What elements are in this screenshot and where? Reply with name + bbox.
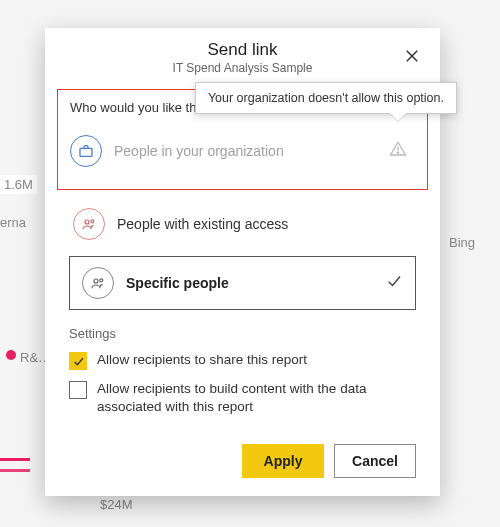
checkbox-icon (69, 381, 87, 399)
send-link-dialog: Send link IT Spend Analysis Sample Who w… (45, 28, 440, 496)
svg-point-8 (100, 279, 103, 282)
dialog-subtitle: IT Spend Analysis Sample (65, 61, 420, 75)
checkbox-icon (69, 352, 87, 370)
svg-point-5 (85, 220, 89, 224)
bg-value: 1.6M (0, 175, 37, 194)
option-existing-access[interactable]: People with existing access (69, 202, 416, 246)
bg-value: erna (0, 215, 26, 230)
option-label: Specific people (126, 275, 229, 291)
disabled-tooltip: Your organization doesn't allow this opt… (195, 82, 457, 114)
dialog-header: Send link IT Spend Analysis Sample (45, 28, 440, 83)
svg-point-7 (94, 279, 98, 283)
svg-point-6 (91, 220, 94, 223)
checkbox-allow-build[interactable]: Allow recipients to build content with t… (69, 380, 416, 416)
highlight-annotation: Who would you like the lin People in you… (57, 89, 428, 190)
settings-heading: Settings (69, 326, 416, 341)
checkbox-label: Allow recipients to build content with t… (97, 380, 416, 416)
apply-button[interactable]: Apply (242, 444, 324, 478)
bg-value: Bing (449, 235, 475, 250)
briefcase-icon (70, 135, 102, 167)
bg-value: $24M (100, 497, 133, 512)
checkbox-label: Allow recipients to share this report (97, 351, 307, 369)
checkbox-allow-share[interactable]: Allow recipients to share this report (69, 351, 416, 370)
bg-dot (6, 350, 16, 360)
people-icon (73, 208, 105, 240)
option-label: People in your organization (114, 143, 284, 159)
option-people-in-org[interactable]: People in your organization (66, 129, 419, 173)
bg-bar (0, 458, 30, 472)
cancel-button[interactable]: Cancel (334, 444, 416, 478)
svg-point-4 (397, 152, 398, 153)
option-label: People with existing access (117, 216, 288, 232)
options-section: People with existing access Specific peo… (45, 202, 440, 310)
dialog-buttons: Apply Cancel (45, 436, 440, 478)
settings-section: Settings Allow recipients to share this … (45, 310, 440, 436)
warning-icon (389, 140, 407, 162)
option-specific-people[interactable]: Specific people (69, 256, 416, 310)
dialog-title: Send link (65, 40, 420, 60)
close-icon (403, 47, 421, 69)
svg-rect-2 (80, 148, 92, 156)
check-icon (385, 272, 403, 294)
people-icon (82, 267, 114, 299)
close-button[interactable] (398, 44, 426, 72)
